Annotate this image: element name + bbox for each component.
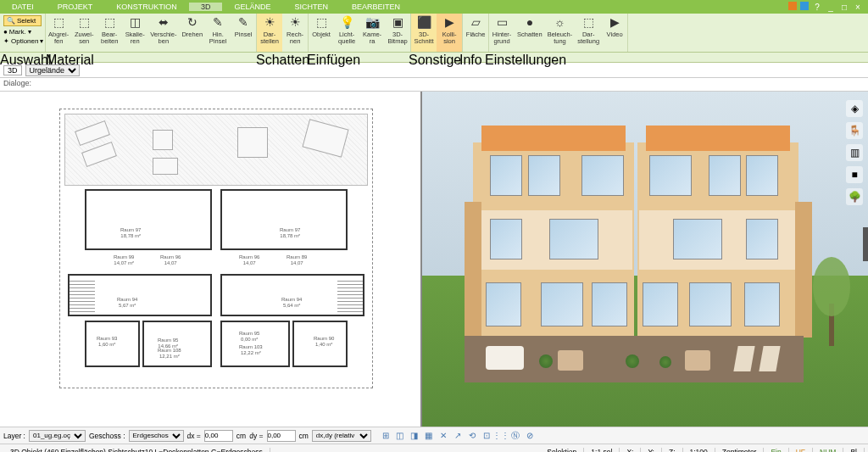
ribbon-darstellen-button[interactable]: ☀Dar-stellen	[257, 14, 282, 52]
ribbon-pinsel-button[interactable]: ✎Pinsel	[231, 14, 256, 52]
status-ratio: 1:1 sel	[584, 448, 620, 453]
main-area: Raum 9718,78 m²Raum 9914,07 m²Raum 9614,…	[0, 92, 868, 427]
ribbon-video-button[interactable]: ▶Video	[602, 14, 627, 52]
ribbon-darstellung-button[interactable]: ⬚Dar-stellung	[575, 14, 602, 52]
status-selektion: Selektion	[540, 448, 584, 453]
menu-3d[interactable]: 3D	[189, 3, 223, 11]
menu-datei[interactable]: DATEI	[0, 3, 46, 11]
room-label: Raum 8914,07	[287, 254, 307, 265]
st-pattern-icon[interactable]: ▥	[846, 144, 863, 161]
room-label: Raum 9914,07 m²	[114, 254, 134, 265]
bottom-tool-icon-8[interactable]: ⋮⋮	[495, 430, 507, 442]
room-label: Raum 9614,07	[239, 254, 259, 265]
close-icon[interactable]: ×	[853, 2, 863, 12]
room-label: Raum 9718,78 m²	[280, 227, 300, 238]
ribbon-kollision-button[interactable]: ▶Kolli-sion	[437, 14, 462, 52]
bottom-toolbar: Layer : 01_ug.eg.oç Geschoss : Erdgescho…	[0, 427, 868, 444]
dx-label: dx =	[187, 432, 201, 440]
room-label: Raum 9718,78 m²	[120, 227, 141, 238]
layer-label: Layer :	[3, 432, 25, 440]
ribbon-beleuchtung-button[interactable]: ☼Beleuch-tung	[545, 14, 576, 52]
ribbon-flche-button[interactable]: ▱Fläche	[463, 14, 488, 52]
max-icon[interactable]: □	[839, 2, 849, 12]
ribbon-rechnen-button[interactable]: ☀Rech-nen	[282, 14, 308, 52]
dy-label: dy =	[249, 432, 263, 440]
mode-label: 3D	[3, 65, 22, 75]
bottom-tool-icon-4[interactable]: ✕	[437, 430, 449, 442]
room-label: Raum 901,40 m²	[314, 336, 334, 347]
bottom-tool-icon-10[interactable]: ⊘	[524, 430, 536, 442]
dy-input[interactable]	[267, 430, 296, 442]
status-ein: Ein	[764, 448, 788, 453]
room-label: Raum 945,67 m²	[117, 297, 137, 308]
menu-konstruktion[interactable]: KONSTRUKTION	[104, 3, 189, 11]
ribbon-hinpinsel-button[interactable]: ✎Hin.Pinsel	[205, 14, 231, 52]
plan-pane[interactable]: Raum 9718,78 m²Raum 9914,07 m²Raum 9614,…	[0, 92, 422, 427]
optionen-button[interactable]: ✦ Optionen ▾	[3, 37, 42, 45]
room-label: Raum 10312,22 m²	[239, 344, 263, 355]
titlebar-icons: ? _ □ ×	[788, 2, 868, 12]
ribbon-lichtquelle-button[interactable]: 💡Licht-quelle	[334, 14, 359, 52]
ribbon-dbitmap-button[interactable]: ▣3D-Bitmap	[385, 14, 410, 52]
status-z: Z:	[662, 448, 683, 453]
ribbon: 🔍 Selekt ● Mark. ▾ ✦ Optionen ▾ ⬚Abgrei-…	[0, 14, 868, 53]
status-bl: Bl	[843, 448, 865, 453]
status-object: 3D Objekt (460 Einzelflächen) Sichtschut…	[3, 448, 270, 453]
ribbon-schatten-button[interactable]: ●Schatten	[515, 14, 545, 52]
min-icon[interactable]: _	[826, 2, 836, 12]
status-y: Y:	[641, 448, 662, 453]
side-handle[interactable]	[863, 227, 868, 261]
menu-bar: DATEI PROJEKT KONSTRUKTION 3D GELÄNDE SI…	[0, 0, 868, 14]
ribbon-objekt-button[interactable]: ⬚Objekt	[309, 14, 334, 52]
selekt-button[interactable]: 🔍 Selekt	[3, 15, 42, 26]
color-icon-2[interactable]	[800, 2, 809, 10]
bottom-tool-icon-2[interactable]: ◨	[409, 430, 420, 442]
menu-projekt[interactable]: PROJEKT	[46, 3, 105, 11]
3d-pane[interactable]: ◈ 🪑 ▥ ■ 🌳	[422, 92, 868, 427]
ribbon-zuweisen-button[interactable]: ⬚Zuwei-sen	[71, 14, 97, 52]
mark-button[interactable]: ● Mark. ▾	[3, 28, 42, 36]
bottom-tool-icon-0[interactable]: ⊞	[380, 430, 392, 442]
bottom-tool-icon-3[interactable]: ▦	[423, 430, 435, 442]
ribbon-hintergrund-button[interactable]: ▭Hinter-grund	[489, 14, 515, 52]
svg-point-1	[813, 257, 850, 316]
layer-picker[interactable]: 01_ug.eg.oç	[29, 430, 86, 442]
bottom-tool-icon-9[interactable]: Ⓝ	[509, 430, 521, 442]
layer-select[interactable]: Urgelände	[25, 64, 80, 76]
bottom-tool-icon-5[interactable]: ↗	[452, 430, 464, 442]
st-solid-icon[interactable]: ■	[846, 166, 863, 183]
ribbon-abgreifen-button[interactable]: ⬚Abgrei-fen	[46, 14, 71, 52]
bottom-tool-icon-6[interactable]: ⟲	[466, 430, 478, 442]
color-icon[interactable]	[788, 2, 797, 10]
st-tree-icon[interactable]: 🌳	[846, 188, 863, 205]
ribbon-bearbeiten-button[interactable]: ⬚Bear-beiten	[97, 14, 122, 52]
st-furniture-icon[interactable]: 🪑	[846, 122, 863, 139]
room-label: Raum 931,60 m²	[97, 336, 117, 347]
menu-bearbeiten[interactable]: BEARBEITEN	[340, 3, 412, 11]
room-label: Raum 950,00 m²	[239, 331, 259, 342]
bottom-tool-icon-1[interactable]: ◫	[394, 430, 406, 442]
help-icon[interactable]: ?	[812, 2, 822, 12]
ribbon-skalieren-button[interactable]: ◫Skalie-ren	[122, 14, 147, 52]
ribbon-drehen-button[interactable]: ↻Drehen	[179, 14, 205, 52]
geschoss-label: Geschoss :	[89, 432, 125, 440]
geschoss-picker[interactable]: Erdgeschos	[129, 430, 184, 442]
st-layers-icon[interactable]: ◈	[846, 100, 863, 117]
status-unit: Zentimeter	[715, 448, 765, 453]
ribbon-dschnitt-button[interactable]: ⬛3D-Schnitt	[411, 14, 437, 52]
status-num: NUM	[813, 448, 843, 453]
ribbon-verschieben-button[interactable]: ⬌Verschie-ben	[147, 14, 179, 52]
room-label: Raum 10812,21 m²	[158, 348, 181, 359]
dialog-bar: Dialoge:	[0, 78, 868, 92]
status-uf: UF	[789, 448, 813, 453]
bottom-tool-icon-7[interactable]: ⊡	[481, 430, 492, 442]
status-bar: 3D Objekt (460 Einzelflächen) Sichtschut…	[0, 444, 868, 452]
ribbon-kamera-button[interactable]: 📷Kame-ra	[359, 14, 385, 52]
room-label: Raum 945,64 m²	[281, 297, 302, 308]
ribbon-labels: Auswahl Material Schatten Einfügen Sonst…	[0, 53, 868, 63]
dx-input[interactable]	[204, 430, 233, 442]
menu-gelaende[interactable]: GELÄNDE	[222, 3, 282, 11]
rel-picker[interactable]: dx,dy (relativ ka	[312, 430, 371, 442]
menu-sichten[interactable]: SICHTEN	[282, 3, 340, 11]
status-x: X:	[620, 448, 641, 453]
